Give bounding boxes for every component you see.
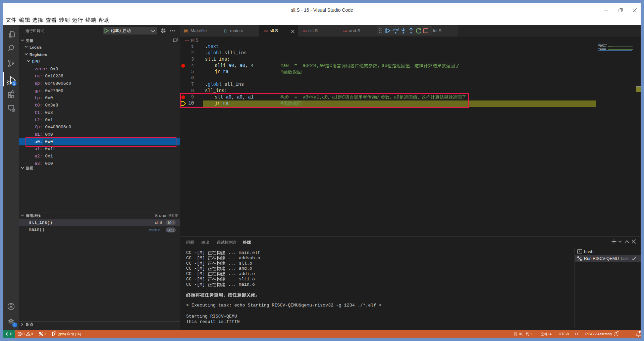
svg-text:ASM: ASM bbox=[303, 30, 307, 32]
svg-text:C: C bbox=[224, 29, 227, 33]
svg-text:1: 1 bbox=[13, 82, 15, 85]
svg-text:ASM: ASM bbox=[185, 40, 189, 42]
svg-text:M: M bbox=[184, 29, 187, 33]
svg-text:ASM: ASM bbox=[343, 30, 347, 32]
svg-text:1: 1 bbox=[14, 323, 16, 327]
svg-text:ASM: ASM bbox=[264, 30, 268, 32]
